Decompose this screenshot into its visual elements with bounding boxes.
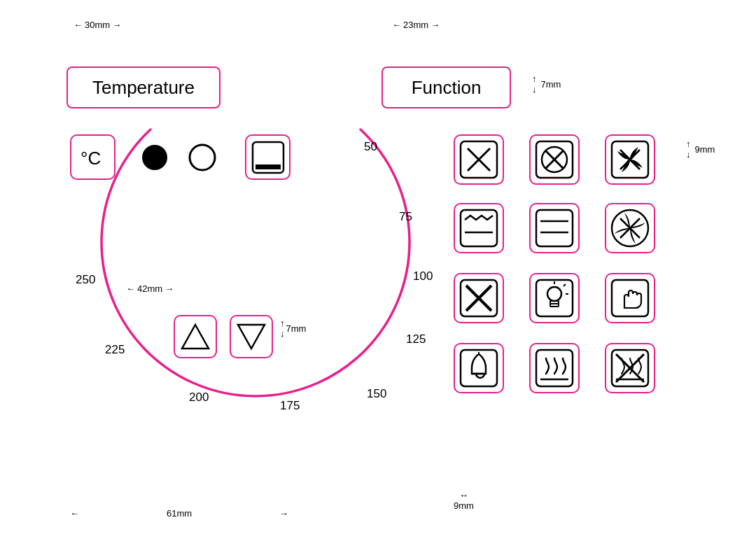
svg-rect-28 (536, 280, 573, 316)
temp-125: 125 (406, 332, 426, 346)
x-fan-square-box (605, 134, 655, 185)
x-circle-open-icon (609, 207, 651, 249)
temp-225: 225 (105, 343, 125, 357)
svg-marker-5 (182, 325, 209, 349)
measure-61mm: ← 61mm → (70, 508, 288, 519)
measure-9mm-label: 9mm (695, 144, 715, 155)
temp-175: 175 (280, 399, 300, 413)
flat-grill-icon (533, 207, 575, 249)
temp-50: 50 (364, 140, 377, 154)
lamp-box (529, 273, 580, 323)
measure-7mm-inner-label: 7mm (286, 323, 307, 334)
measure-7mm-inner: ↑ ↓ 7mm (280, 318, 306, 339)
lamp-icon (533, 277, 575, 319)
page: ← 30mm → ← 23mm → ↑ ↓ 7mm ↑ ↓ 9mm Temper… (0, 0, 756, 555)
hand-icon (609, 277, 651, 319)
measure-7mm-label: 7mm (541, 79, 561, 90)
temperature-label-box: Temperature (66, 66, 220, 108)
steam-box (529, 343, 580, 393)
measure-7mm-right: ↑ ↓ 7mm (532, 73, 561, 94)
svg-rect-36 (461, 350, 497, 386)
x-fan-square-icon (609, 139, 651, 181)
flat-grill-box (529, 203, 580, 253)
measure-23mm: ← 23mm → (392, 20, 440, 30)
measure-9mm-bottom-label: 9mm (454, 500, 474, 511)
triangle-down-box (230, 315, 273, 358)
measure-23mm-label: 23mm (403, 20, 428, 30)
dial-arc (70, 108, 441, 517)
function-label-text: Function (412, 77, 482, 99)
temp-250: 250 (76, 273, 95, 287)
measure-9mm-bottom: ↔ 9mm (454, 490, 474, 511)
measure-30mm-label: 30mm (85, 20, 110, 30)
triangle-up-box (174, 315, 217, 358)
svg-rect-35 (612, 280, 648, 316)
wave-grill-icon (458, 207, 500, 249)
temp-200: 200 (189, 391, 209, 405)
measure-61mm-label: 61mm (81, 508, 277, 519)
x-square-icon (458, 139, 500, 181)
measure-9mm-right: ↑ ↓ 9mm (686, 139, 715, 160)
steam-icon (533, 347, 575, 389)
svg-marker-6 (238, 325, 265, 349)
svg-rect-31 (550, 304, 559, 307)
temp-75: 75 (399, 210, 412, 224)
bell-box (454, 343, 504, 393)
function-label-box: Function (382, 66, 511, 108)
triangle-up-icon (178, 319, 213, 354)
svg-rect-39 (536, 350, 573, 386)
x-large-box (454, 273, 504, 323)
x-circle-square-box (529, 134, 580, 185)
temperature-label-text: Temperature (92, 77, 195, 99)
svg-line-33 (564, 284, 566, 286)
no-steam-box (605, 343, 655, 393)
x-square-box (454, 134, 504, 185)
svg-point-29 (547, 287, 561, 301)
x-circle-square-icon (533, 139, 575, 181)
svg-rect-19 (536, 210, 573, 246)
wave-grill-box (454, 203, 504, 253)
no-steam-icon (609, 347, 651, 389)
bell-icon (458, 347, 500, 389)
hand-box (605, 273, 655, 323)
temp-100: 100 (413, 269, 433, 283)
measure-42mm: ← 42mm → (126, 283, 174, 294)
x-large-icon (458, 277, 500, 319)
measure-30mm: ← 30mm → (74, 20, 121, 30)
temp-150: 150 (367, 387, 386, 401)
measure-42mm-label: 42mm (137, 283, 162, 294)
x-circle-open-box (605, 203, 655, 253)
triangle-down-icon (234, 319, 269, 354)
